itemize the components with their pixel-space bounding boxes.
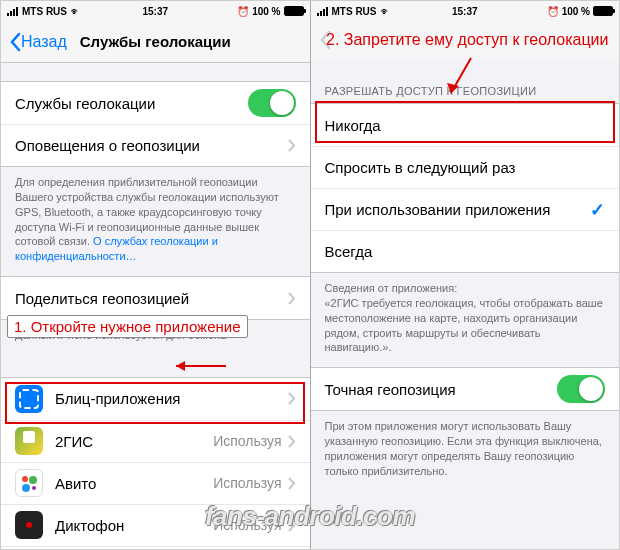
row-app-2gis[interactable]: 2ГИС Используя: [1, 420, 310, 462]
row-label: Поделиться геопозицией: [15, 290, 288, 307]
status-time: 15:37: [452, 6, 478, 17]
chevron-icon: [288, 292, 296, 305]
row-label: Блиц-приложения: [55, 390, 288, 407]
screen-location-services: MTS RUS ᯤ 15:37 ⏰ 100 % Назад Службы гео…: [1, 1, 310, 549]
checkmark-icon: ✓: [590, 199, 605, 221]
row-label: Службы геолокации: [15, 95, 248, 112]
option-label: Никогда: [325, 117, 606, 134]
chevron-icon: [288, 392, 296, 405]
footnote-app-info: Сведения от приложения: «2ГИС требуется …: [311, 273, 620, 367]
chevron-icon: [288, 139, 296, 152]
signal-icon: [317, 7, 328, 16]
arrow-annotation-icon: [171, 356, 231, 376]
status-bar: MTS RUS ᯤ 15:37 ⏰ 100 %: [311, 1, 620, 21]
row-label: Диктофон: [55, 517, 213, 534]
carrier-label: MTS RUS: [22, 6, 67, 17]
svg-point-0: [22, 476, 28, 482]
annotation-step-2: 2. Запретите ему доступ к геолокации: [311, 29, 615, 51]
option-while-using[interactable]: При использовании приложения ✓: [311, 188, 620, 230]
row-location-services[interactable]: Службы геолокации: [1, 82, 310, 124]
row-label: Точная геопозиция: [325, 381, 558, 398]
watermark: fans-android.com: [205, 501, 415, 532]
svg-point-2: [22, 484, 30, 492]
chevron-icon: [288, 477, 296, 490]
row-value: Используя: [213, 433, 281, 449]
toggle-location-services[interactable]: [248, 89, 296, 117]
svg-point-1: [29, 476, 37, 484]
alarm-icon: ⏰: [237, 6, 249, 17]
battery-icon: [593, 6, 613, 16]
voice-memos-icon: [15, 511, 43, 539]
app-clips-icon: [15, 385, 43, 413]
option-always[interactable]: Всегда: [311, 230, 620, 272]
page-title: Службы геолокации: [80, 33, 231, 50]
svg-point-3: [32, 486, 36, 490]
status-time: 15:37: [142, 6, 168, 17]
row-precise-location[interactable]: Точная геопозиция: [311, 368, 620, 410]
back-label: Назад: [21, 33, 67, 51]
signal-icon: [7, 7, 18, 16]
battery-icon: [284, 6, 304, 16]
option-label: Всегда: [325, 243, 606, 260]
section-header: РАЗРЕШАТЬ ДОСТУП К ГЕОПОЗИЦИИ: [311, 59, 620, 103]
avito-icon: [15, 469, 43, 497]
alarm-icon: ⏰: [547, 6, 559, 17]
footnote-precise: При этом приложения могут использовать В…: [311, 411, 620, 490]
battery-percent: 100 %: [252, 6, 280, 17]
carrier-label: MTS RUS: [332, 6, 377, 17]
row-app-avito[interactable]: Авито Используя: [1, 462, 310, 504]
option-label: Спросить в следующий раз: [325, 159, 606, 176]
toggle-precise-location[interactable]: [557, 375, 605, 403]
nav-bar: Назад Службы геолокации: [1, 21, 310, 63]
option-never[interactable]: Никогда: [311, 104, 620, 146]
row-label: Авито: [55, 475, 213, 492]
row-value: Используя: [213, 475, 281, 491]
wifi-icon: ᯤ: [381, 6, 391, 17]
chevron-icon: [288, 435, 296, 448]
battery-percent: 100 %: [562, 6, 590, 17]
option-ask-next-time[interactable]: Спросить в следующий раз: [311, 146, 620, 188]
back-button[interactable]: Назад: [9, 32, 67, 52]
row-app-edadil[interactable]: Едадил Используя: [1, 546, 310, 549]
annotation-step-1: 1. Откройте нужное приложение: [7, 315, 248, 338]
2gis-icon: [15, 427, 43, 455]
row-app-clips[interactable]: Блиц-приложения: [1, 378, 310, 420]
screen-app-permission: MTS RUS ᯤ 15:37 ⏰ 100 % Назад 2. Запрети…: [311, 1, 620, 549]
row-share-location[interactable]: Поделиться геопозицией: [1, 277, 310, 319]
row-location-alerts[interactable]: Оповещения о геопозиции: [1, 124, 310, 166]
status-bar: MTS RUS ᯤ 15:37 ⏰ 100 %: [1, 1, 310, 21]
footnote-privacy: Для определения приблизительной геопозиц…: [1, 167, 310, 276]
row-label: Оповещения о геопозиции: [15, 137, 288, 154]
row-label: 2ГИС: [55, 433, 213, 450]
option-label: При использовании приложения: [325, 201, 591, 218]
wifi-icon: ᯤ: [71, 6, 81, 17]
